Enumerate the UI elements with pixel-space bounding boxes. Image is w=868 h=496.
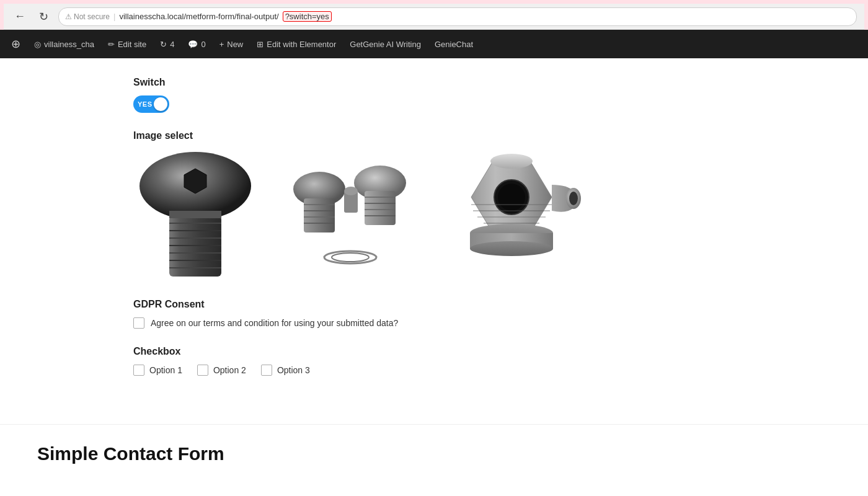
screw-image-2 [282,149,418,279]
svg-point-30 [498,184,525,211]
screw-image-1 [133,149,257,279]
checkbox-label: Checkbox [133,346,868,357]
gdpr-section: GDPR Consent Agree on our terms and cond… [133,299,868,329]
svg-rect-12 [304,198,335,232]
wp-new-item[interactable]: + New [213,30,250,58]
new-label: New [227,40,243,49]
elementor-icon: ⊞ [257,40,264,49]
switch-container: YES [133,95,868,113]
getgenie-label: GetGenie AI Writing [350,40,421,49]
comments-count: 0 [201,40,205,49]
wp-edit-site-item[interactable]: ✏ Edit site [102,30,153,58]
checkbox-2[interactable] [197,365,208,376]
image-option-1[interactable] [133,149,257,281]
wp-geniechat-item[interactable]: GenieChat [428,30,479,58]
image-select-section: Image select [133,130,868,281]
svg-point-32 [569,192,578,205]
checkbox-option-1-label: Option 1 [149,365,182,375]
browser-chrome: ← ↻ ⚠ Not secure | villainesscha.local/m… [0,0,868,30]
url-base: villainesscha.local/metform-form/final-o… [119,12,278,21]
checkbox-option-1[interactable]: Option 1 [133,365,182,376]
not-secure-label: Not secure [74,12,110,21]
svg-rect-10 [169,211,221,218]
image-option-2[interactable] [282,149,418,281]
address-bar[interactable]: ⚠ Not secure | villainesscha.local/metfo… [58,7,857,26]
svg-point-26 [332,253,369,262]
checkbox-section: Checkbox Option 1 Option 2 Option 3 [133,346,868,376]
svg-point-24 [344,187,358,195]
refresh-button[interactable]: ↻ [35,8,52,25]
checkbox-3[interactable] [261,365,272,376]
checkbox-1[interactable] [133,365,144,376]
gdpr-checkbox[interactable] [133,317,144,329]
wp-getgenie-item[interactable]: GetGenie AI Writing [343,30,427,58]
svg-point-39 [470,241,553,256]
browser-address-bar-container: ← ↻ ⚠ Not secure | villainesscha.local/m… [4,4,864,30]
wp-site-item[interactable]: ◎ villainess_cha [28,30,100,58]
checkbox-option-3-label: Option 3 [277,365,310,375]
screw-image-3 [443,149,586,279]
geniechat-label: GenieChat [435,40,473,49]
back-button[interactable]: ← [11,8,29,25]
wp-comments-item[interactable]: 💬 0 [182,30,211,58]
toggle-switch[interactable]: YES [133,95,169,113]
wp-elementor-item[interactable]: ⊞ Edit with Elementor [250,30,342,58]
new-icon: + [219,40,224,49]
elementor-label: Edit with Elementor [267,40,336,49]
simple-contact-form-title: Simple Contact Form [0,424,868,471]
image-option-3[interactable] [443,149,586,281]
checkbox-option-3[interactable]: Option 3 [261,365,310,376]
comments-icon: 💬 [188,40,198,49]
url-separator: | [113,12,115,21]
toggle-yes-label: YES [138,100,153,108]
checkbox-options-row: Option 1 Option 2 Option 3 [133,365,868,376]
svg-point-28 [490,154,533,169]
svg-rect-18 [365,191,396,225]
switch-section: Switch YES [133,77,868,113]
warning-icon: ⚠ [65,12,72,21]
url-highlight: ?switch=yes [283,11,332,22]
wp-updates-item[interactable]: ↻ 4 [154,30,180,58]
edit-site-label: Edit site [118,40,146,49]
site-name-label: villainess_cha [44,40,94,49]
wp-admin-bar: ⊕ ◎ villainess_cha ✏ Edit site ↻ 4 💬 0 +… [0,30,868,58]
main-content: Switch YES Image select [0,58,868,412]
wp-logo-item[interactable]: ⊕ [5,30,27,58]
gdpr-text: Agree on our terms and condition for usi… [151,318,398,328]
edit-site-icon: ✏ [108,40,115,49]
switch-label: Switch [133,77,868,88]
site-icon: ◎ [34,40,41,49]
checkbox-option-2[interactable]: Option 2 [197,365,246,376]
not-secure-indicator: ⚠ Not secure [65,12,110,21]
updates-count: 4 [170,40,174,49]
toggle-knob [154,97,167,111]
updates-icon: ↻ [160,40,167,49]
gdpr-row: Agree on our terms and condition for usi… [133,317,868,329]
gdpr-label: GDPR Consent [133,299,868,310]
checkbox-option-2-label: Option 2 [213,365,246,375]
wordpress-icon: ⊕ [11,37,20,51]
image-select-row [133,149,868,281]
image-select-label: Image select [133,130,868,141]
